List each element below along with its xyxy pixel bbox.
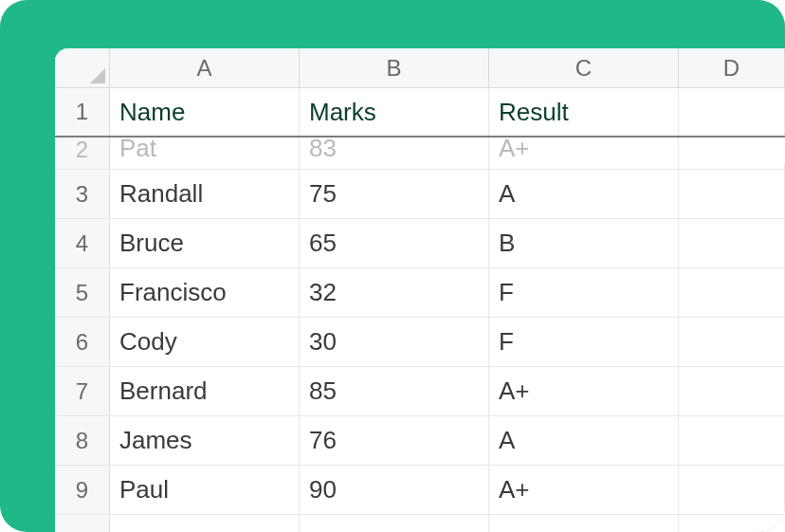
cell-d1[interactable] — [679, 88, 785, 136]
column-header-c[interactable]: C — [489, 48, 679, 87]
select-all-corner[interactable] — [55, 48, 110, 87]
cell-c2[interactable]: A+ — [489, 138, 679, 169]
table-row-empty — [55, 515, 785, 532]
spreadsheet-window: A B C D 1 Name Marks Result 2 Pat 83 A+ — [55, 48, 785, 532]
row-header-3[interactable]: 3 — [55, 170, 110, 218]
table-row: 5 Francisco 32 F — [55, 268, 785, 318]
row-header-4[interactable]: 4 — [55, 219, 110, 267]
table-row: 6 Cody 30 F — [55, 318, 785, 367]
cell-d7[interactable] — [679, 367, 785, 415]
cell-b5[interactable]: 32 — [300, 268, 489, 317]
table-row-partial: 2 Pat 83 A+ — [55, 138, 785, 170]
row-header-6[interactable]: 6 — [55, 318, 110, 366]
column-headers-row: A B C D — [55, 48, 785, 88]
cell-d5[interactable] — [679, 268, 785, 317]
cell-b10[interactable] — [300, 515, 489, 532]
cell-a1[interactable]: Name — [110, 88, 300, 136]
row-header-1[interactable]: 1 — [55, 88, 110, 136]
cell-c7[interactable]: A+ — [489, 367, 679, 415]
cell-a10[interactable] — [110, 515, 300, 532]
cell-a9[interactable]: Paul — [110, 466, 300, 514]
cell-b4[interactable]: 65 — [300, 219, 489, 267]
table-row: 9 Paul 90 A+ — [55, 466, 785, 515]
row-header-5[interactable]: 5 — [55, 268, 110, 317]
cell-b6[interactable]: 30 — [300, 318, 489, 366]
cell-c4[interactable]: B — [489, 219, 679, 267]
cell-d6[interactable] — [679, 318, 785, 366]
cell-d2[interactable] — [679, 163, 785, 169]
cell-b9[interactable]: 90 — [300, 466, 489, 514]
cell-a5[interactable]: Francisco — [110, 268, 300, 317]
cell-a8[interactable]: James — [110, 416, 300, 465]
scrollable-body: 2 Pat 83 A+ 3 Randall 75 A 4 Bruce 65 B — [55, 138, 785, 532]
cell-d4[interactable] — [679, 219, 785, 267]
cell-a7[interactable]: Bernard — [110, 367, 300, 415]
cell-d8[interactable] — [679, 416, 785, 465]
cell-d3[interactable] — [679, 170, 785, 218]
table-row: 7 Bernard 85 A+ — [55, 367, 785, 416]
row-header-10[interactable] — [55, 515, 110, 532]
column-header-a[interactable]: A — [110, 48, 300, 87]
cell-b2[interactable]: 83 — [300, 138, 489, 169]
cell-d9[interactable] — [679, 466, 785, 514]
row-header-9[interactable]: 9 — [55, 466, 110, 514]
cell-b1[interactable]: Marks — [300, 88, 489, 136]
table-row: 4 Bruce 65 B — [55, 219, 785, 268]
frozen-header-row: 1 Name Marks Result — [55, 88, 785, 138]
cell-c10[interactable] — [489, 515, 679, 532]
cell-c1[interactable]: Result — [489, 88, 679, 136]
column-header-d[interactable]: D — [679, 48, 785, 87]
cell-c5[interactable]: F — [489, 268, 679, 317]
cell-c9[interactable]: A+ — [489, 466, 679, 514]
cell-b8[interactable]: 76 — [300, 416, 489, 465]
cell-c8[interactable]: A — [489, 416, 679, 465]
cell-c6[interactable]: F — [489, 318, 679, 366]
app-frame: A B C D 1 Name Marks Result 2 Pat 83 A+ — [0, 0, 785, 532]
cell-a3[interactable]: Randall — [110, 170, 300, 218]
row-header-8[interactable]: 8 — [55, 416, 110, 465]
row-header-2[interactable]: 2 — [55, 138, 110, 169]
cell-d10[interactable] — [679, 515, 785, 532]
cell-c3[interactable]: A — [489, 170, 679, 218]
cell-a2[interactable]: Pat — [110, 138, 300, 169]
table-row: 3 Randall 75 A — [55, 170, 785, 219]
row-header-7[interactable]: 7 — [55, 367, 110, 415]
select-all-triangle-icon — [90, 68, 105, 83]
column-header-b[interactable]: B — [300, 48, 489, 87]
cell-b7[interactable]: 85 — [300, 367, 489, 415]
table-row: 8 James 76 A — [55, 416, 785, 466]
cell-a6[interactable]: Cody — [110, 318, 300, 366]
cell-b3[interactable]: 75 — [300, 170, 489, 218]
cell-a4[interactable]: Bruce — [110, 219, 300, 267]
